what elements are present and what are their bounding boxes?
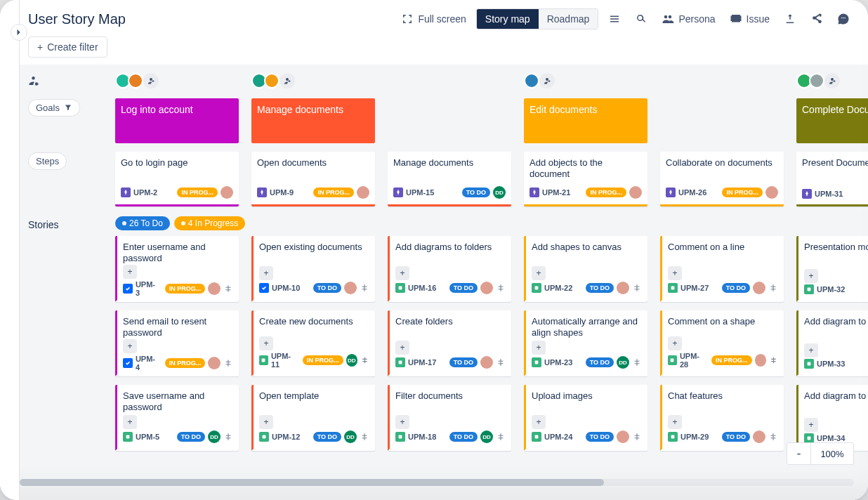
story-card[interactable]: Add diagram to Google + UPM-33 TO DO [796,310,868,376]
persona-avatar[interactable] [524,73,539,88]
persona-icon [662,13,674,25]
story-icon [395,432,405,442]
zoom-out-button[interactable]: - [787,443,811,464]
create-filter-button[interactable]: + Create filter [28,37,107,58]
export-button[interactable] [780,10,801,28]
goal-card[interactable]: Complete Documents [796,98,868,143]
status-badge: TO DO [449,432,478,442]
story-card[interactable]: Automatically arrange and align shapes +… [524,310,647,376]
story-icon [259,355,268,365]
add-subtask-button[interactable]: + [259,336,273,350]
story-card[interactable]: Add diagram to Conflu + UPM-34 TO DO [796,385,868,451]
add-subtask-button[interactable]: + [259,415,273,429]
story-title: Add diagram to Google [804,316,868,327]
assignee-avatar [208,282,221,295]
story-title: Add diagrams to folders [395,242,506,253]
persona-label: Persona [678,13,715,25]
add-subtask-button[interactable]: + [804,418,818,432]
step-card[interactable]: Manage documents UPM-15 TO DO DD [388,152,511,206]
tab-roadmap[interactable]: Roadmap [539,9,598,29]
add-subtask-button[interactable]: + [395,341,409,355]
step-card[interactable]: Open documents UPM-9 IN PROG... [251,152,375,206]
assignee-avatar: DD [493,186,506,199]
scroll-thumb[interactable] [20,479,604,486]
add-subtask-button[interactable]: + [668,266,682,280]
status-badge: IN PROG... [165,358,206,368]
menu-button[interactable] [604,10,625,28]
step-card[interactable]: Present Document UPM-31 TO DO [796,152,868,206]
persona-avatar[interactable] [809,73,824,88]
story-card[interactable]: Open template + UPM-12 TO DO DD [251,385,375,451]
issue-key: UPM-11 [271,352,297,369]
add-subtask-button[interactable]: + [123,265,137,279]
feedback-icon [837,13,850,25]
persona-avatar[interactable] [796,73,812,88]
status-badge: IN PROG... [313,188,354,197]
story-card[interactable]: Add shapes to canvas + UPM-22 TO DO [524,236,647,302]
story-card[interactable]: Filter documents + UPM-18 TO DO DD [388,385,511,451]
share-button[interactable] [806,10,827,28]
story-card[interactable]: Comment on a line + UPM-27 TO DO [660,236,784,302]
persona-avatar[interactable] [251,73,267,88]
search-button[interactable] [631,10,652,28]
add-subtask-button[interactable]: + [395,415,409,429]
persona-avatar[interactable] [115,73,131,88]
story-card[interactable]: Create new documents + UPM-11 IN PROG...… [251,310,375,376]
step-card[interactable]: Go to login page UPM-2 IN PROG... [115,152,239,206]
add-subtask-button[interactable]: + [804,269,818,283]
add-persona-button[interactable] [539,73,555,88]
add-subtask-button[interactable]: + [123,415,137,429]
story-card[interactable]: Save username and password + UPM-5 TO DO… [115,385,239,451]
status-badge: IN PROG... [711,355,752,365]
goal-card[interactable]: Log into account [115,98,239,143]
board[interactable]: Goals Log into account Manage documents … [20,65,868,500]
subtask-icon [123,358,133,368]
story-card[interactable]: Chat features + UPM-29 TO DO [660,385,784,451]
status-badge: TO DO [722,283,750,293]
goal-card[interactable]: Manage documents [251,98,375,143]
assignee-avatar [357,186,369,199]
status-badge: TO DO [177,432,205,442]
story-card[interactable]: Create folders + UPM-17 TO DO [388,310,511,376]
add-subtask-button[interactable]: + [259,266,273,280]
step-card[interactable]: Collaborate on documents UPM-26 IN PROG.… [660,152,784,206]
persona-avatar[interactable] [128,73,143,88]
persona-button[interactable]: Persona [657,10,719,28]
step-card[interactable]: Add objects to the document UPM-21 IN PR… [524,152,647,206]
add-subtask-button[interactable]: + [532,266,546,280]
horizontal-scrollbar[interactable] [20,479,854,486]
add-subtask-button[interactable]: + [668,336,682,350]
story-card[interactable]: Open existing documents + UPM-10 TO DO [251,236,375,302]
svg-rect-9 [671,287,675,290]
add-subtask-button[interactable]: + [123,339,137,353]
tab-story-map[interactable]: Story map [477,9,539,29]
fullscreen-icon [401,13,414,25]
story-title: Open template [259,390,369,402]
story-card[interactable]: Comment on a shape + UPM-28 IN PROG... [660,310,784,376]
assignee-avatar [765,186,778,199]
add-subtask-button[interactable]: + [668,415,682,429]
feedback-button[interactable] [833,10,854,28]
story-card[interactable]: Enter username and password + UPM-3 IN P… [115,236,239,302]
story-card[interactable]: Add diagrams to folders + UPM-16 TO DO [388,236,511,302]
story-title: Add shapes to canvas [532,242,642,253]
persona-avatar[interactable] [264,73,280,88]
add-subtask-button[interactable]: + [532,415,546,429]
story-card[interactable]: Upload images + UPM-24 TO DO [524,385,647,451]
story-card[interactable]: Send email to resent password + UPM-4 IN… [115,310,239,376]
expand-rail-button[interactable] [11,24,27,41]
full-screen-button[interactable]: Full screen [397,10,470,28]
add-persona-button[interactable] [280,73,295,88]
add-subtask-button[interactable]: + [804,343,818,357]
story-card[interactable]: Presentation mode + UPM-32 TO DO [796,236,868,302]
add-persona-button[interactable] [824,73,840,88]
add-persona-button[interactable] [143,73,159,88]
issue-key: UPM-3 [136,280,159,297]
story-icon [532,357,541,367]
story-icon [532,432,541,442]
filter-row: + Create filter [20,29,868,65]
add-subtask-button[interactable]: + [395,266,409,280]
goal-card[interactable]: Edit documents [524,98,647,143]
add-subtask-button[interactable]: + [532,341,546,355]
issue-button[interactable]: Issue [725,10,774,28]
